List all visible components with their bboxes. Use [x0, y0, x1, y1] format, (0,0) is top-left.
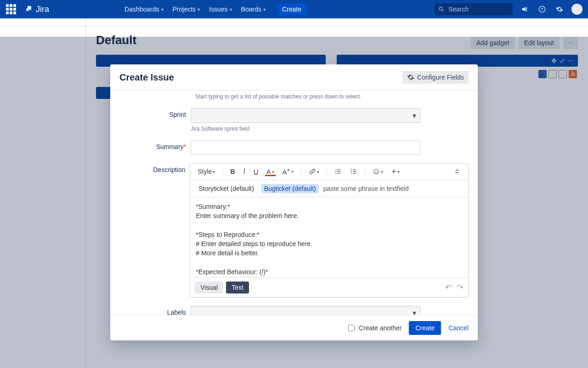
rte-bold-button[interactable]: B — [227, 167, 237, 177]
bullet-list-icon — [334, 168, 342, 175]
svg-point-10 — [335, 171, 336, 172]
top-nav: Jira Dashboards▾ Projects▾ Issues▾ Board… — [0, 0, 588, 18]
sprint-label: Sprint — [119, 108, 191, 118]
svg-point-20 — [374, 169, 379, 174]
rte-number-list-button[interactable]: 123 — [347, 167, 360, 177]
jira-logo[interactable]: Jira — [23, 4, 49, 14]
gear-icon — [407, 74, 414, 81]
product-name: Jira — [36, 5, 49, 14]
description-editor: Style▾ B I U A▾ A✦▾ ▾ 123 — [190, 163, 469, 298]
create-another-checkbox[interactable]: Create another — [346, 323, 401, 333]
search-icon — [438, 6, 445, 13]
chevron-down-icon: ▾ — [198, 7, 200, 12]
jira-logo-icon — [23, 4, 33, 14]
app-switcher-icon[interactable] — [6, 4, 17, 15]
svg-point-22 — [377, 171, 377, 171]
svg-rect-13 — [337, 173, 340, 174]
svg-rect-11 — [337, 172, 340, 172]
svg-text:?: ? — [541, 7, 543, 12]
cancel-link[interactable]: Cancel — [448, 324, 469, 332]
sprint-select[interactable]: ▾ — [191, 108, 420, 123]
svg-line-1 — [442, 10, 444, 12]
summary-label: Summary* — [119, 140, 191, 150]
emoji-icon — [373, 168, 380, 175]
link-icon — [309, 168, 316, 175]
global-search[interactable] — [435, 3, 513, 15]
summary-input[interactable] — [191, 140, 420, 155]
settings-icon[interactable] — [554, 4, 565, 15]
rte-link-button[interactable]: ▾ — [306, 167, 322, 177]
nav-boards[interactable]: Boards▾ — [237, 4, 269, 15]
collapse-icon — [453, 168, 461, 175]
rte-mode-visual[interactable]: Visual — [195, 282, 223, 293]
rte-underline-button[interactable]: U — [251, 167, 261, 177]
rte-more-format-button[interactable]: A✦▾ — [280, 167, 296, 177]
sprint-help: Jira Software sprint field — [191, 126, 420, 132]
help-icon[interactable]: ? — [537, 4, 548, 15]
chevron-down-icon: ▾ — [161, 7, 164, 12]
chevron-down-icon: ▾ — [413, 309, 416, 315]
svg-rect-9 — [337, 170, 340, 170]
labels-select[interactable]: ▾ — [191, 306, 420, 315]
undo-icon[interactable]: ↶ — [445, 282, 452, 293]
rte-mode-text[interactable]: Text — [226, 282, 249, 293]
chevron-down-icon: ▾ — [413, 111, 416, 120]
svg-rect-17 — [353, 172, 356, 172]
create-another-input[interactable] — [348, 325, 355, 331]
submit-create-button[interactable]: Create — [409, 321, 441, 335]
svg-point-12 — [335, 173, 336, 174]
create-issue-dialog: Create Issue Configure Fields Start typi… — [110, 64, 478, 340]
svg-point-0 — [439, 7, 442, 10]
nav-projects[interactable]: Projects▾ — [169, 4, 204, 15]
rte-collapse-button[interactable] — [451, 167, 464, 177]
template-hint: paste some phrase in textfield — [323, 185, 409, 192]
template-bug[interactable]: Bugticket (default) — [261, 184, 319, 193]
rte-emoji-button[interactable]: ▾ — [370, 167, 386, 177]
rte-bullet-list-button[interactable] — [332, 167, 345, 177]
configure-fields-button[interactable]: Configure Fields — [402, 71, 469, 84]
chevron-down-icon: ▾ — [263, 7, 266, 12]
feedback-icon[interactable] — [519, 4, 530, 15]
profile-avatar[interactable] — [571, 4, 582, 15]
rte-italic-button[interactable]: I — [241, 167, 249, 177]
rte-toolbar: Style▾ B I U A▾ A✦▾ ▾ 123 — [190, 164, 468, 180]
svg-point-21 — [375, 171, 375, 171]
description-label: Description — [119, 163, 190, 173]
dialog-title: Create Issue — [119, 72, 174, 83]
description-textarea[interactable] — [190, 197, 468, 276]
rte-insert-button[interactable]: +▾ — [389, 167, 402, 176]
rte-template-row: Storyticket (default) Bugticket (default… — [190, 180, 468, 197]
labels-label: Labels — [119, 306, 191, 315]
modal-overlay: Create Issue Configure Fields Start typi… — [0, 37, 588, 368]
chevron-down-icon: ▾ — [230, 7, 232, 12]
number-list-icon: 123 — [350, 168, 357, 175]
template-story[interactable]: Storyticket (default) — [196, 184, 257, 193]
search-input[interactable] — [447, 5, 509, 13]
svg-rect-19 — [353, 173, 356, 174]
svg-rect-15 — [353, 170, 356, 170]
rte-style-dropdown[interactable]: Style▾ — [195, 167, 218, 177]
rte-text-color-button[interactable]: A▾ — [264, 167, 277, 177]
nav-issues[interactable]: Issues▾ — [205, 4, 235, 15]
svg-text:3: 3 — [351, 172, 352, 175]
create-button[interactable]: Create — [277, 3, 307, 15]
redo-icon[interactable]: ↷ — [457, 282, 464, 293]
field-hint: Start typing to get a list of possible m… — [195, 93, 469, 100]
svg-point-8 — [335, 169, 336, 170]
nav-links: Dashboards▾ Projects▾ Issues▾ Boards▾ — [121, 4, 269, 15]
nav-dashboards[interactable]: Dashboards▾ — [121, 4, 167, 15]
